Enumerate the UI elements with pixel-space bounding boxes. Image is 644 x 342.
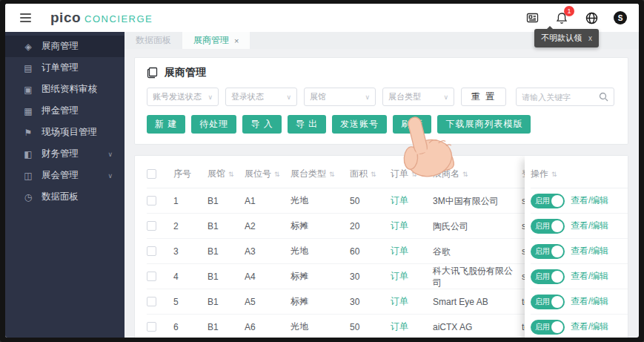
- sidebar-item[interactable]: ▣ 图纸资料审核: [5, 79, 125, 100]
- sidebar-item[interactable]: ▦ 押金管理: [5, 100, 125, 122]
- order-link[interactable]: 订单: [391, 220, 408, 231]
- notification-bell-icon[interactable]: 1: [554, 10, 569, 25]
- enable-toggle[interactable]: 启用: [531, 244, 565, 259]
- globe-language-icon[interactable]: [584, 10, 599, 25]
- enable-toggle[interactable]: 启用: [531, 219, 565, 234]
- logo-text-concierge: CONCIERGE: [84, 13, 153, 24]
- select-all-checkbox[interactable]: [147, 169, 156, 179]
- enable-toggle[interactable]: 启用: [531, 269, 565, 284]
- exhibitor-icon: ◈: [23, 42, 33, 52]
- enable-toggle[interactable]: 启用: [531, 320, 565, 335]
- reset-button[interactable]: 重 置: [461, 88, 506, 106]
- table-header-cell[interactable]: 序号: [173, 168, 208, 180]
- table-header-cell[interactable]: 订单 ⇅: [391, 168, 433, 180]
- exhibitor-table-card: 序号 展馆 ⇅ 展位号 ⇅: [134, 155, 628, 338]
- order-link[interactable]: 订单: [391, 246, 408, 256]
- hamburger-menu-icon[interactable]: [17, 10, 34, 25]
- claim-icon[interactable]: [525, 10, 540, 25]
- table-header-cell[interactable]: 展馆 ⇅: [208, 168, 245, 180]
- action-button[interactable]: 导 出: [288, 115, 326, 134]
- view-edit-link[interactable]: 查看/编辑: [571, 295, 608, 308]
- chevron-down-icon: ∨: [365, 93, 370, 101]
- keyword-search-input[interactable]: [522, 93, 599, 102]
- exhibition-icon: ◫: [23, 171, 33, 181]
- tooltip-close-icon[interactable]: x: [588, 34, 592, 42]
- cell-index: 2: [173, 221, 208, 231]
- action-button[interactable]: 发送账号: [332, 115, 387, 134]
- view-edit-link[interactable]: 查看/编辑: [571, 245, 608, 257]
- cell-exhibitor-name: aiCTX AG: [433, 321, 522, 333]
- sort-icon[interactable]: ⇅: [329, 171, 335, 178]
- tab-data-panel[interactable]: 数据面板: [125, 32, 182, 49]
- operation-cell: 启用 查看/编辑: [531, 289, 628, 315]
- cell-exhibitor-name: 科大讯飞股份有限公司: [433, 265, 522, 289]
- action-button[interactable]: 刷 新: [393, 115, 431, 134]
- logo-text-pico: pico: [50, 10, 81, 26]
- sidebar-item-label: 数据面板: [42, 191, 79, 203]
- sidebar-item-label: 图纸资料审核: [42, 83, 97, 96]
- order-link[interactable]: 订单: [391, 195, 408, 205]
- sort-icon[interactable]: ⇅: [371, 171, 376, 178]
- action-button[interactable]: 导 入: [242, 115, 281, 134]
- table-header-cell[interactable]: 面积 ⇅: [350, 168, 391, 180]
- order-link[interactable]: 订单: [391, 271, 408, 281]
- toggle-knob: [551, 321, 563, 333]
- filter-select[interactable]: 登录状态 ∨: [225, 88, 297, 106]
- sort-icon[interactable]: ⇅: [411, 171, 417, 178]
- table-header-cell[interactable]: 展台类型 ⇅: [291, 168, 350, 180]
- sort-icon[interactable]: ⇅: [228, 171, 234, 178]
- document-icon: [147, 67, 158, 79]
- topbar-actions: 1 S: [525, 10, 627, 25]
- table-header-cell[interactable]: 展商名 ⇅: [433, 168, 522, 180]
- filter-select[interactable]: 展台类型 ∨: [382, 88, 454, 106]
- filter-select[interactable]: 账号发送状态 ∨: [147, 88, 219, 106]
- tab-close-icon[interactable]: ×: [234, 36, 239, 45]
- order-link[interactable]: 订单: [391, 321, 408, 332]
- sidebar-item[interactable]: ◈ 展商管理: [5, 36, 125, 57]
- deposit-icon: ▦: [23, 106, 33, 116]
- enable-toggle[interactable]: 启用: [531, 295, 565, 309]
- screenshot-frame: pico CONCIERGE: [0, 0, 644, 342]
- sidebar-item[interactable]: ◧ 财务管理 ∨: [5, 143, 125, 165]
- action-button[interactable]: 待处理: [191, 115, 236, 134]
- order-link[interactable]: 订单: [391, 296, 408, 306]
- sort-icon[interactable]: ⇅: [274, 171, 280, 178]
- view-edit-link[interactable]: 查看/编辑: [571, 270, 608, 283]
- row-checkbox[interactable]: [147, 322, 156, 332]
- cell-index: 4: [173, 272, 208, 282]
- sidebar-item-label: 财务管理: [42, 148, 79, 160]
- sidebar-item[interactable]: ⚑ 现场项目管理: [5, 122, 125, 143]
- search-icon[interactable]: [599, 92, 608, 102]
- row-checkbox[interactable]: [147, 221, 156, 231]
- operation-cell: 启用 查看/编辑: [531, 264, 628, 289]
- cell-hall: B1: [208, 221, 245, 231]
- operation-cell: 启用 查看/编辑: [531, 315, 628, 338]
- action-button[interactable]: 新 建: [147, 115, 185, 134]
- view-edit-link[interactable]: 查看/编辑: [571, 194, 608, 207]
- row-checkbox[interactable]: [147, 246, 156, 256]
- table-header-cell[interactable]: 展位号 ⇅: [245, 168, 291, 180]
- enable-toggle[interactable]: 启用: [531, 194, 565, 208]
- filter-select-placeholder: 展台类型: [388, 91, 421, 102]
- sidebar-item[interactable]: ◫ 展会管理 ∨: [5, 165, 125, 186]
- search-box: [516, 88, 614, 106]
- user-avatar[interactable]: S: [614, 11, 627, 24]
- filter-select[interactable]: 展馆 ∨: [304, 88, 376, 106]
- operation-header-cell[interactable]: 操作 ⇅: [531, 160, 628, 188]
- row-checkbox[interactable]: [147, 196, 156, 205]
- sidebar-item[interactable]: ▤ 订单管理: [5, 57, 125, 79]
- cell-booth: A3: [245, 246, 291, 257]
- chevron-down-icon: ∨: [107, 151, 113, 158]
- cell-exhibitor-name: 陶氏公司: [433, 220, 522, 232]
- site-project-icon: ⚑: [23, 128, 33, 138]
- sort-icon[interactable]: ⇅: [462, 171, 468, 178]
- row-checkbox[interactable]: [147, 297, 156, 306]
- tab-exhibitor-management[interactable]: 展商管理 ×: [182, 32, 250, 49]
- row-checkbox[interactable]: [147, 272, 156, 281]
- operation-cell: 启用 查看/编辑: [531, 214, 628, 239]
- cell-area: 30: [350, 297, 391, 307]
- view-edit-link[interactable]: 查看/编辑: [571, 220, 608, 232]
- view-edit-link[interactable]: 查看/编辑: [571, 320, 608, 333]
- sidebar-item[interactable]: ◷ 数据面板: [5, 186, 125, 208]
- action-button[interactable]: 下载展商列表模版: [437, 115, 531, 134]
